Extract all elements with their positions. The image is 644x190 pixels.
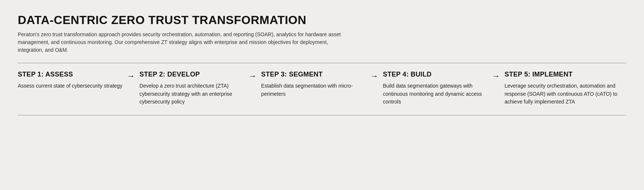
step-title-5: STEP 5: IMPLEMENT	[504, 71, 626, 78]
step-content-2: STEP 2: DEVELOP Develop a zero trust arc…	[140, 71, 247, 106]
step-content-3: STEP 3: SEGMENT Establish data segmentat…	[261, 71, 369, 98]
arrow-icon-4: →	[492, 72, 500, 80]
arrow-icon-2: →	[249, 72, 257, 80]
step-block-3: STEP 3: SEGMENT Establish data segmentat…	[261, 71, 383, 98]
step-block-5: STEP 5: IMPLEMENT Leverage security orch…	[504, 71, 626, 106]
step-block-1: STEP 1: ASSESS Assess current state of c…	[18, 71, 140, 90]
step-content-1: STEP 1: ASSESS Assess current state of c…	[18, 71, 125, 90]
step-description-5: Leverage security orchestration, automat…	[504, 82, 626, 106]
step-block-4: STEP 4: BUILD Build data segmentation ga…	[383, 71, 504, 106]
arrow-2: →	[247, 71, 261, 80]
step-title-2: STEP 2: DEVELOP	[140, 71, 244, 78]
step-content-5: STEP 5: IMPLEMENT Leverage security orch…	[504, 71, 626, 106]
arrow-4: →	[490, 71, 504, 80]
arrow-1: →	[125, 71, 140, 80]
arrow-3: →	[369, 71, 383, 80]
page-subtitle: Peraton's zero trust transformation appr…	[18, 31, 351, 54]
step-title-1: STEP 1: ASSESS	[18, 71, 123, 78]
step-block-2: STEP 2: DEVELOP Develop a zero trust arc…	[140, 71, 261, 106]
step-content-4: STEP 4: BUILD Build data segmentation ga…	[383, 71, 490, 106]
top-divider	[18, 63, 626, 63]
steps-row: STEP 1: ASSESS Assess current state of c…	[18, 71, 626, 106]
header-section: DATA-CENTRIC ZERO TRUST TRANSFORMATION P…	[18, 13, 626, 54]
step-description-2: Develop a zero trust architecture (ZTA) …	[140, 82, 244, 106]
page-container: DATA-CENTRIC ZERO TRUST TRANSFORMATION P…	[0, 0, 644, 190]
page-title: DATA-CENTRIC ZERO TRUST TRANSFORMATION	[18, 13, 626, 27]
step-title-3: STEP 3: SEGMENT	[261, 71, 366, 78]
bottom-divider	[18, 115, 626, 115]
arrow-icon-1: →	[127, 72, 135, 80]
step-description-3: Establish data segmentation with micro-p…	[261, 82, 366, 98]
arrow-icon-3: →	[370, 72, 378, 80]
step-title-4: STEP 4: BUILD	[383, 71, 487, 78]
step-description-1: Assess current state of cybersecurity st…	[18, 82, 123, 90]
step-description-4: Build data segmentation gateways with co…	[383, 82, 487, 106]
